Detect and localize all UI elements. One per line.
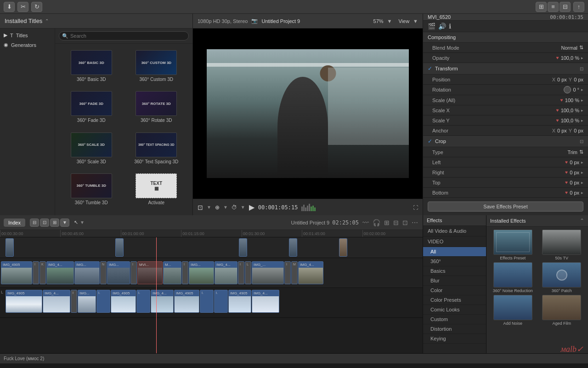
selection-tool-icon[interactable]: ↖: [74, 219, 78, 225]
effects-cat-all-video[interactable]: All Video & Audio: [423, 226, 486, 236]
effects-cat-basics[interactable]: Basics: [423, 266, 486, 276]
clip-upper-2[interactable]: [115, 238, 124, 257]
list-view-btn[interactable]: ≡: [548, 2, 559, 12]
transform-tool-btn[interactable]: ⊕: [215, 204, 220, 211]
clip-img5[interactable]: IMG...: [74, 261, 100, 284]
clip-img7[interactable]: IMG...: [107, 261, 130, 284]
clip-img3[interactable]: K: [40, 261, 46, 284]
aspect-ratio-btn[interactable]: ⊡: [198, 204, 203, 211]
snap-btn[interactable]: ⊟: [393, 219, 399, 226]
rotation-knob-icon[interactable]: [564, 86, 571, 93]
fullscreen-button[interactable]: ⛶: [413, 205, 418, 210]
title-item-360-rotate[interactable]: 360° ROTATE 3D 360° Rotate 3D: [124, 88, 189, 129]
timeline-playhead[interactable]: [156, 237, 157, 353]
clip-img4905-1[interactable]: IMG_4905: [1, 261, 32, 284]
clip-img4905-snow[interactable]: IMG_4905: [6, 290, 42, 313]
pos-x-value[interactable]: 0 px: [557, 77, 567, 82]
speed-btn[interactable]: ⏱: [232, 204, 237, 211]
transform-header[interactable]: ✓ Transform ⊡: [423, 63, 588, 75]
info-inspector-icon[interactable]: ℹ: [449, 23, 451, 30]
clip-img15-snow[interactable]: IMG_4...: [252, 290, 279, 313]
clip-img4-snow[interactable]: IMG_4...: [43, 290, 70, 313]
effects-cat-color-presets[interactable]: Color Presets: [423, 295, 486, 305]
blend-mode-value[interactable]: Normal ⇅: [561, 45, 583, 51]
clip-img18[interactable]: M: [291, 261, 298, 284]
effect-effects-preset[interactable]: Effects Preset: [489, 230, 537, 260]
audio-waveform-btn[interactable]: 〰: [362, 219, 369, 226]
title-item-360-scale[interactable]: 360° SCALE 3D 360° Scale 3D: [59, 130, 124, 171]
effects-cat-blur[interactable]: Blur: [423, 276, 486, 286]
effect-aged-film[interactable]: Aged Film: [538, 295, 586, 326]
effect-360-noise[interactable]: 360° Noise Reduction: [489, 262, 537, 293]
effects-cat-custom[interactable]: Custom: [423, 315, 486, 324]
link-btn[interactable]: ⊞: [384, 219, 390, 226]
clip-upper-3[interactable]: [239, 238, 247, 257]
share-button[interactable]: ↑: [573, 2, 584, 12]
nav-item-titles[interactable]: ▶ T Titles: [0, 30, 55, 40]
crop-bottom-text[interactable]: 0 px: [570, 190, 579, 196]
clip-img11[interactable]: IMG_4...: [215, 261, 237, 284]
effects-cat-360[interactable]: 360°: [423, 257, 486, 266]
title-item-360-fade[interactable]: 360° FADE 3D 360° Fade 3D: [59, 88, 124, 129]
clip-img10-snow[interactable]: IMG_4...: [151, 290, 174, 313]
detail-view-btn[interactable]: ⊟: [560, 2, 571, 12]
clip-img17[interactable]: I: [284, 261, 291, 284]
clip-img8[interactable]: I: [130, 261, 137, 284]
zoom-level[interactable]: 57%: [373, 18, 384, 24]
headphone-btn[interactable]: 🎧: [373, 219, 380, 226]
effects-sort-icon[interactable]: ⌃: [580, 218, 584, 224]
clip-img14-snow[interactable]: IMG_4905: [228, 290, 251, 313]
clip-img4-a[interactable]: IMG_4...: [46, 261, 74, 284]
effects-cat-distortion[interactable]: Distortion: [423, 324, 486, 334]
clip-height-small-btn[interactable]: ⊟: [30, 218, 39, 227]
scale-y-text[interactable]: 100,0 %: [561, 118, 579, 123]
tab-index[interactable]: Index: [4, 218, 25, 227]
cut-button[interactable]: ✂: [17, 2, 28, 12]
anchor-y-value[interactable]: 0 px: [574, 128, 583, 133]
title-item-360-text[interactable]: 360° TEXT SPACING 3D 360° Text Spacing 3…: [124, 130, 189, 171]
clip-img13-snow[interactable]: I.: [214, 290, 228, 313]
grid-view-btn[interactable]: ⊞: [536, 2, 547, 12]
save-effects-preset-button[interactable]: Save Effects Preset: [428, 201, 583, 212]
crop-top-text[interactable]: 0 px: [570, 180, 579, 185]
clip-img7-snow[interactable]: I.: [96, 290, 110, 313]
effects-cat-video[interactable]: VIDEO: [423, 236, 486, 247]
rotation-text[interactable]: 0 °: [573, 87, 579, 92]
scale-all-text[interactable]: 100 %: [565, 98, 579, 103]
crop-left-text[interactable]: 0 px: [570, 160, 579, 165]
effect-50s-tv[interactable]: 50s TV: [538, 230, 586, 260]
crop-header[interactable]: ✓ Crop ⊡: [423, 136, 588, 147]
anchor-x-value[interactable]: 0 px: [557, 128, 567, 133]
clip-img9-snow[interactable]: I.: [136, 290, 150, 313]
audio-inspector-icon[interactable]: 🔊: [438, 23, 446, 30]
effects-cat-all[interactable]: All: [423, 247, 486, 257]
import-button[interactable]: ⬇: [4, 2, 15, 12]
clip-img6[interactable]: N: [100, 261, 107, 284]
clip-img16[interactable]: IMG_...: [252, 261, 284, 284]
view-button[interactable]: View: [398, 18, 409, 24]
clip-img10[interactable]: IMG...: [189, 261, 214, 284]
clip-img-14[interactable]: I: [238, 261, 244, 284]
effects-cat-comic[interactable]: Comic Looks: [423, 305, 486, 315]
crop-right-text[interactable]: 0 px: [570, 170, 579, 175]
clip-img15[interactable]: L: [245, 261, 251, 284]
video-inspector-icon[interactable]: 🎬: [428, 23, 435, 30]
pos-y-value[interactable]: 0 px: [574, 77, 583, 82]
title-item-360-basic[interactable]: 360° BASIC 3D 360° Basic 3D: [59, 47, 124, 88]
clip-mvi[interactable]: MVI...: [137, 261, 163, 284]
clip-view-options-btn[interactable]: ▼: [60, 218, 69, 227]
title-item-360-custom[interactable]: 360° CUSTOM 3D 360° Custom 3D: [124, 47, 189, 88]
clip-img6-snow[interactable]: IMG...: [78, 290, 96, 313]
more-options-btn[interactable]: ⋯: [412, 219, 418, 226]
scale-x-text[interactable]: 100,0 %: [561, 108, 579, 113]
clip-upper-4[interactable]: [289, 238, 297, 257]
clip-height-med-btn[interactable]: ⊡: [40, 218, 49, 227]
clip-img11-snow[interactable]: IMG_4905: [174, 290, 199, 313]
clip-height-large-btn[interactable]: ⊞: [50, 218, 59, 227]
effects-cat-color[interactable]: Color: [423, 286, 486, 295]
clip-m[interactable]: M...: [163, 261, 181, 284]
skimming-btn[interactable]: ⊡: [402, 219, 408, 226]
title-item-activate[interactable]: TEXT▦ Activate: [124, 171, 189, 212]
search-input[interactable]: [59, 31, 189, 40]
clip-img12-snow[interactable]: I.: [200, 290, 214, 313]
